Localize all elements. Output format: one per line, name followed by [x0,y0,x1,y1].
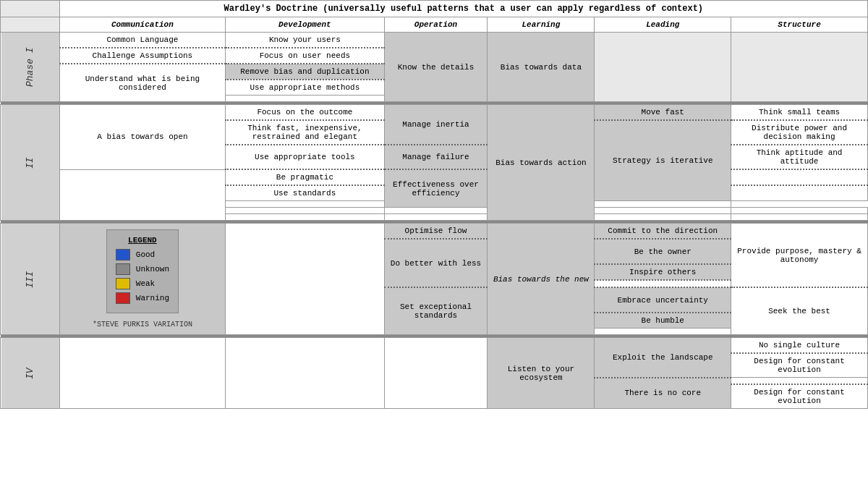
phase3-lead4-row [595,280,731,287]
legend-swatch-warning [116,292,130,304]
phase3-lead4: Embrace uncertainty [595,287,731,313]
legend-swatch-good [116,249,130,261]
phase2-op4 [384,208,488,214]
phase2-lead2: Strategy is iterative [595,120,731,201]
legend-swatch-unknown [116,263,130,275]
col-header-operation: Operation [384,17,488,33]
phase3-op2: Do better with less [384,239,488,287]
col-header-leading: Leading [595,17,731,33]
phase3-lead6 [595,329,731,335]
phase2-struct2: Distribute power and decision making [731,120,868,145]
phase3-dev [226,224,384,335]
phase2-comm-empty [59,169,226,221]
phase-3-label: III [1,224,60,335]
legend-label-warning: Warning [136,294,169,302]
phase1-dev4: Use appropriate methods [226,80,384,96]
phase4-dev [226,338,384,409]
phase4-struct1: No single culture [731,338,868,354]
phase2-op5 [384,214,488,221]
phase2-struct7 [731,208,868,214]
main-container: Wardley's Doctrine (universally useful p… [0,0,868,409]
phase-header [1,17,60,33]
phase1-lead [595,33,731,102]
phase4-learn: Listen to your ecosystem [488,338,595,409]
phase2-struct3: Think aptitude and attitude [731,145,868,169]
phase2-dev2: Think fast, inexpensive, restrained and … [226,120,384,145]
phase2-struct5 [731,185,868,201]
phase4-lead1: Exploit the landscape [595,338,731,378]
phase1-op: Know the details [384,33,488,102]
phase3-lead1: Commit to the direction [595,224,731,240]
phase2-dev8 [226,214,384,221]
col-header-communication: Communication [59,17,226,33]
phase2-dev3: Use appropriate tools [226,145,384,169]
col-header-learning: Learning [488,17,595,33]
phase4-comm [59,338,226,409]
phase1-struct [731,33,868,102]
legend-label-weak: Weak [136,279,155,288]
phase3-struct2: Seek the best [731,287,868,335]
phase2-dev4: Be pragmatic [226,169,384,185]
corner-cell [1,1,60,17]
phase-4-label: IV [1,338,60,409]
phase4-lead2: There is no core [595,378,731,409]
phase3-comm-legend: LEGEND Good Unknown Weak [59,224,226,335]
phase2-dev6 [226,201,384,208]
phase4-struct2: Design for constant evolution [731,353,868,378]
main-header: Wardley's Doctrine (universally useful p… [59,1,867,17]
phase2-op3: Effectiveness over efficiency [384,169,488,208]
phase2-lead1: Move fast [595,105,731,121]
phase2-struct1: Think small teams [731,105,868,121]
steve-note: *STEVE PURKIS VARIATION [66,321,220,329]
phase1-dev2: Focus on user needs [226,48,384,64]
phase2-lead3 [595,208,731,214]
phase3-lead2: Be the owner [595,239,731,264]
phase1-learn: Bias towards data [488,33,595,102]
phase4-struct4: Design for constant evolution [731,384,868,409]
phase2-dev5: Use standards [226,185,384,201]
phase4-op [384,338,488,409]
phase4-struct3 [731,378,868,385]
phase2-learn: Bias towards action [488,105,595,221]
col-header-development: Development [226,17,384,33]
phase3-struct1: Provide purpose, mastery & autonomy [731,224,868,288]
phase2-op1: Manage inertia [384,105,488,145]
phase1-comm2: Challenge Assumptions [59,48,226,64]
phase2-struct8 [731,214,868,221]
phase1-comm3: Understand what is being considered [59,64,226,102]
phase3-lead3: Inspire others [595,264,731,280]
phase1-dev3: Remove bias and duplication [226,64,384,80]
phase-2-label: II [1,105,60,221]
phase2-comm: A bias towards open [59,105,226,170]
legend-label-unknown: Unknown [136,265,169,274]
phase2-struct4 [731,169,868,185]
legend-swatch-weak [116,278,130,289]
phase2-dev7 [226,208,384,214]
legend-title: LEGEND [116,236,169,245]
phase3-lead5: Be humble [595,313,731,329]
phase1-comm1: Common Language [59,33,226,48]
legend-label-good: Good [136,250,155,259]
phase2-struct6 [595,201,731,208]
phase3-learn: Bias towards the new [488,224,595,335]
phase1-dev5 [226,96,384,102]
phase-1-label: Phase I [1,33,60,102]
phase2-op2: Manage failure [384,145,488,169]
phase2-dev1: Focus on the outcome [226,105,384,121]
phase3-op3: Set exceptional standards [384,287,488,335]
phase2-lead4 [595,214,731,221]
phase1-dev1: Know your users [226,33,384,48]
col-header-structure: Structure [731,17,868,33]
phase3-op1: Optimise flow [384,224,488,240]
